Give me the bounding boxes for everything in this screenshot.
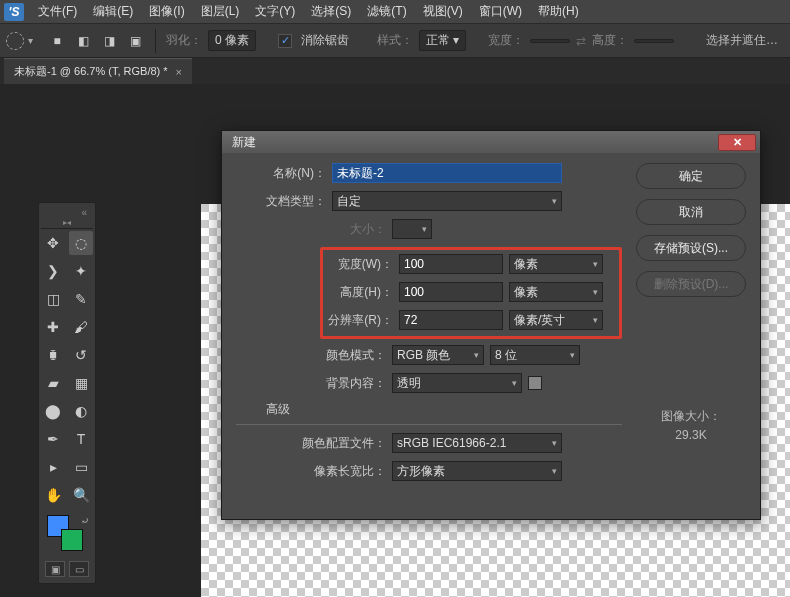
dlg-width-label: 宽度(W)： — [323, 256, 393, 273]
antialias-label: 消除锯齿 — [301, 32, 349, 49]
brush-tool-icon[interactable]: 🖌 — [69, 315, 93, 339]
menu-image[interactable]: 图像(I) — [141, 3, 192, 20]
hand-tool-icon[interactable]: ✋ — [41, 483, 65, 507]
style-label: 样式： — [377, 32, 413, 49]
cancel-button[interactable]: 取消 — [636, 199, 746, 225]
selection-subtract-icon[interactable]: ◨ — [99, 31, 119, 51]
colormode-select[interactable]: RGB 颜色▾ — [392, 345, 484, 365]
type-tool-icon[interactable]: T — [69, 427, 93, 451]
blur-tool-icon[interactable]: ⬤ — [41, 399, 65, 423]
feather-input[interactable]: 0 像素 — [208, 30, 256, 51]
document-tab-title: 未标题-1 @ 66.7% (T, RGB/8) * — [14, 64, 168, 79]
menu-layer[interactable]: 图层(L) — [193, 3, 248, 20]
crop-tool-icon[interactable]: ◫ — [41, 287, 65, 311]
delete-preset-button[interactable]: 删除预设(D)... — [636, 271, 746, 297]
menu-filter[interactable]: 滤镜(T) — [359, 3, 414, 20]
style-dropdown[interactable]: 正常 ▾ — [419, 30, 466, 51]
menu-view[interactable]: 视图(V) — [415, 3, 471, 20]
menu-help[interactable]: 帮助(H) — [530, 3, 587, 20]
dlg-height-label: 高度(H)： — [323, 284, 393, 301]
background-color[interactable] — [61, 529, 83, 551]
aspect-label: 像素长宽比： — [236, 463, 386, 480]
dlg-height-input[interactable] — [399, 282, 503, 302]
height-input[interactable] — [634, 39, 674, 43]
feather-label: 羽化： — [166, 32, 202, 49]
zoom-tool-icon[interactable]: 🔍 — [69, 483, 93, 507]
quickmask-icon[interactable]: ▣ — [45, 561, 65, 577]
menu-edit[interactable]: 编辑(E) — [85, 3, 141, 20]
dimension-highlight: 宽度(W)： 像素▾ 高度(H)： 像素▾ 分辨率(R)： 像素/英寸▾ — [320, 247, 622, 339]
dialog-title: 新建 — [232, 134, 256, 151]
reset-swatch-icon[interactable]: ⤾ — [81, 515, 89, 526]
panel-drag-handle[interactable]: « — [41, 207, 93, 217]
resolution-input[interactable] — [399, 310, 503, 330]
bitdepth-select[interactable]: 8 位▾ — [490, 345, 580, 365]
magic-wand-tool-icon[interactable]: ✦ — [69, 259, 93, 283]
menu-type[interactable]: 文字(Y) — [247, 3, 303, 20]
imagesize-label: 图像大小： — [636, 407, 746, 426]
resolution-unit-select[interactable]: 像素/英寸▾ — [509, 310, 603, 330]
dialog-close-button[interactable]: ✕ — [718, 134, 756, 151]
screenmode-icon[interactable]: ▭ — [69, 561, 89, 577]
doctype-label: 文档类型： — [236, 193, 326, 210]
width-input[interactable] — [530, 39, 570, 43]
doctype-select[interactable]: 自定▾ — [332, 191, 562, 211]
profile-select[interactable]: sRGB IEC61966-2.1▾ — [392, 433, 562, 453]
pen-tool-icon[interactable]: ✒ — [41, 427, 65, 451]
history-brush-tool-icon[interactable]: ↺ — [69, 343, 93, 367]
new-document-dialog: 新建 ✕ 名称(N)： 文档类型： 自定▾ 大小： ▾ 宽度(W)： 像素▾ — [221, 130, 761, 520]
resolution-label: 分辨率(R)： — [323, 312, 393, 329]
document-tab[interactable]: 未标题-1 @ 66.7% (T, RGB/8) * × — [4, 58, 192, 84]
tool-preset-icon[interactable] — [6, 32, 24, 50]
selection-add-icon[interactable]: ◧ — [73, 31, 93, 51]
imagesize-value: 29.3K — [636, 426, 746, 445]
app-logo: 'S — [4, 3, 24, 21]
menu-file[interactable]: 文件(F) — [30, 3, 85, 20]
colormode-label: 颜色模式： — [236, 347, 386, 364]
close-tab-icon[interactable]: × — [176, 66, 182, 78]
bgcontent-select[interactable]: 透明▾ — [392, 373, 522, 393]
select-and-mask-button[interactable]: 选择并遮住… — [700, 32, 784, 49]
panel-collapse-icon[interactable]: ▸◂ — [41, 217, 93, 229]
dlg-width-unit-select[interactable]: 像素▾ — [509, 254, 603, 274]
dialog-titlebar[interactable]: 新建 ✕ — [222, 131, 760, 153]
shape-tool-icon[interactable]: ▭ — [69, 455, 93, 479]
name-label: 名称(N)： — [236, 165, 326, 182]
dlg-height-unit-select[interactable]: 像素▾ — [509, 282, 603, 302]
gradient-tool-icon[interactable]: ▦ — [69, 371, 93, 395]
lasso-tool-icon[interactable]: ❯ — [41, 259, 65, 283]
save-preset-button[interactable]: 存储预设(S)... — [636, 235, 746, 261]
height-label: 高度： — [592, 32, 628, 49]
aspect-select[interactable]: 方形像素▾ — [392, 461, 562, 481]
document-tab-bar: 未标题-1 @ 66.7% (T, RGB/8) * × — [0, 58, 790, 84]
menu-window[interactable]: 窗口(W) — [471, 3, 530, 20]
stamp-tool-icon[interactable]: ⧯ — [41, 343, 65, 367]
move-tool-icon[interactable]: ✥ — [41, 231, 65, 255]
swap-dims-icon[interactable]: ⇄ — [576, 34, 586, 48]
name-input[interactable] — [332, 163, 562, 183]
selection-intersect-icon[interactable]: ▣ — [125, 31, 145, 51]
selection-new-icon[interactable]: ■ — [47, 31, 67, 51]
eyedropper-tool-icon[interactable]: ✎ — [69, 287, 93, 311]
path-select-tool-icon[interactable]: ▸ — [41, 455, 65, 479]
dlg-width-input[interactable] — [399, 254, 503, 274]
marquee-tool-icon[interactable]: ◌ — [69, 231, 93, 255]
profile-label: 颜色配置文件： — [236, 435, 386, 452]
bgcontent-label: 背景内容： — [236, 375, 386, 392]
width-label: 宽度： — [488, 32, 524, 49]
menu-select[interactable]: 选择(S) — [303, 3, 359, 20]
ok-button[interactable]: 确定 — [636, 163, 746, 189]
healing-tool-icon[interactable]: ✚ — [41, 315, 65, 339]
size-label: 大小： — [236, 221, 386, 238]
eraser-tool-icon[interactable]: ▰ — [41, 371, 65, 395]
advanced-header: 高级 — [266, 401, 622, 418]
tools-panel: « ▸◂ ✥ ◌ ❯ ✦ ◫ ✎ ✚ 🖌 ⧯ ↺ ▰ ▦ ⬤ ◐ ✒ T ▸ ▭… — [38, 202, 96, 584]
preset-chevron-icon[interactable]: ▾ — [28, 35, 33, 46]
color-swatches[interactable]: ⤾ — [41, 513, 93, 557]
menu-bar: 'S 文件(F) 编辑(E) 图像(I) 图层(L) 文字(Y) 选择(S) 滤… — [0, 0, 790, 24]
options-bar: ▾ ■ ◧ ◨ ▣ 羽化： 0 像素 ✓ 消除锯齿 样式： 正常 ▾ 宽度： ⇄… — [0, 24, 790, 58]
bgcolor-swatch[interactable] — [528, 376, 542, 390]
antialias-checkbox[interactable]: ✓ — [278, 34, 292, 48]
dodge-tool-icon[interactable]: ◐ — [69, 399, 93, 423]
size-select[interactable]: ▾ — [392, 219, 432, 239]
